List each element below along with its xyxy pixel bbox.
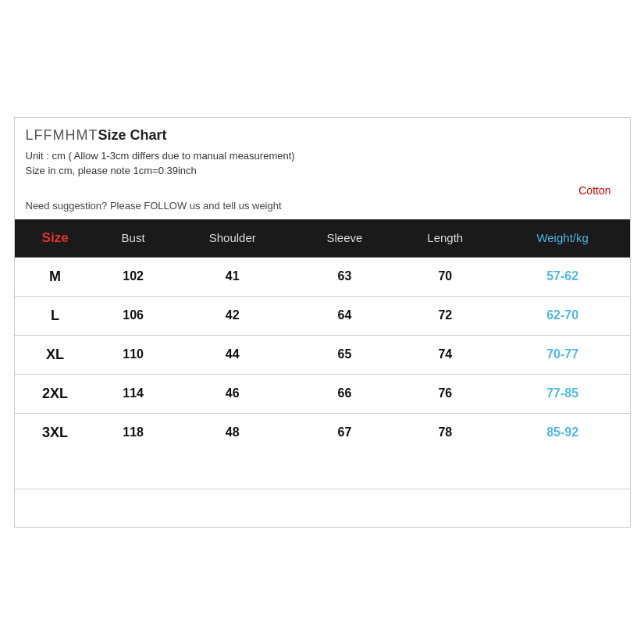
cell-size: L: [15, 296, 96, 335]
cell-sleeve: 65: [294, 335, 395, 374]
cell-shoulder: 44: [171, 335, 294, 374]
cell-size: 3XL: [15, 413, 96, 452]
header-length: Length: [395, 219, 496, 258]
cell-sleeve: 67: [294, 413, 395, 452]
header-weight: Weight/kg: [496, 219, 630, 258]
table-row: XL11044657470-77: [15, 335, 630, 374]
cell-length: 76: [395, 374, 496, 413]
cell-length: 72: [395, 296, 496, 335]
cell-size: XL: [15, 335, 96, 374]
header-sleeve: Sleeve: [294, 219, 395, 258]
cell-shoulder: 42: [171, 296, 294, 335]
size-table: Size Bust Shoulder Sleeve Length Weight/…: [15, 219, 630, 452]
cell-length: 78: [395, 413, 496, 452]
table-row: 3XL11848677885-92: [15, 413, 630, 452]
empty-row-1: [15, 452, 630, 489]
header-size: Size: [15, 219, 96, 258]
cell-shoulder: 48: [171, 413, 294, 452]
cell-weight: 70-77: [496, 335, 630, 374]
cell-size: 2XL: [15, 374, 96, 413]
unit-text: Unit : cm ( Allow 1-3cm differs due to m…: [26, 150, 619, 162]
brand-name: LFFMHMT: [26, 127, 98, 144]
cell-bust: 118: [96, 413, 171, 452]
empty-rows: [15, 452, 630, 527]
cell-weight: 85-92: [496, 413, 630, 452]
table-row: M10241637057-62: [15, 257, 630, 296]
title-row: LFFMHMT Size Chart: [26, 127, 619, 144]
cell-sleeve: 66: [294, 374, 395, 413]
cell-size: M: [15, 257, 96, 296]
table-row: 2XL11446667677-85: [15, 374, 630, 413]
cell-bust: 110: [96, 335, 171, 374]
size-note: Size in cm, please note 1cm=0.39inch: [26, 165, 619, 176]
size-chart: LFFMHMT Size Chart Unit : cm ( Allow 1-3…: [14, 117, 631, 528]
cell-sleeve: 64: [294, 296, 395, 335]
suggestion-text: Need suggestion? Please FOLLOW us and te…: [26, 200, 619, 212]
table-section: Size Bust Shoulder Sleeve Length Weight/…: [15, 219, 630, 527]
table-row: L10642647262-70: [15, 296, 630, 335]
cell-bust: 114: [96, 374, 171, 413]
table-header-row: Size Bust Shoulder Sleeve Length Weight/…: [15, 219, 630, 258]
cell-weight: 62-70: [496, 296, 630, 335]
cell-length: 70: [395, 257, 496, 296]
cell-weight: 57-62: [496, 257, 630, 296]
cell-shoulder: 46: [171, 374, 294, 413]
header-bust: Bust: [96, 219, 171, 258]
chart-title: Size Chart: [98, 127, 166, 144]
header-section: LFFMHMT Size Chart Unit : cm ( Allow 1-3…: [15, 118, 630, 219]
cell-bust: 102: [96, 257, 171, 296]
cell-weight: 77-85: [496, 374, 630, 413]
header-shoulder: Shoulder: [171, 219, 294, 258]
cotton-label: Cotton: [26, 184, 619, 197]
cell-bust: 106: [96, 296, 171, 335]
cell-sleeve: 63: [294, 257, 395, 296]
cell-shoulder: 41: [171, 257, 294, 296]
empty-row-2: [15, 489, 630, 527]
cell-length: 74: [395, 335, 496, 374]
